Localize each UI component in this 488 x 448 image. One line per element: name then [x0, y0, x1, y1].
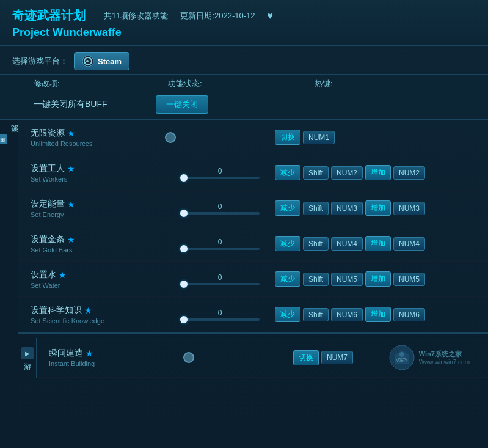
slider-track-3[interactable] [180, 248, 260, 250]
hotkey-btn-2-0[interactable]: 减少 [275, 200, 300, 216]
section-divider [18, 333, 488, 338]
mod-name-cn-3: 设置金条 ★ [31, 234, 153, 245]
mod-name-col-0: 无限资源 ★ Unlimited Resources [31, 128, 153, 147]
star-icon-bottom: ★ [86, 348, 93, 358]
watermark-text-container: Win7系统之家 Www.winwin7.com [419, 350, 470, 365]
hotkey-btn-5-1[interactable]: Shift [303, 308, 329, 321]
star-icon-0: ★ [67, 128, 75, 138]
hotkey-btn-3-3[interactable]: 增加 [365, 236, 391, 251]
hotkey-btn-1-2[interactable]: NUM2 [331, 166, 363, 180]
toggle-0[interactable] [165, 132, 176, 143]
slider-thumb-2[interactable] [180, 210, 188, 217]
table-row: 设置水 ★ Set Water 0 [18, 262, 488, 297]
slider-track-4[interactable] [180, 283, 260, 285]
mod-hotkey-col-3: 减少 Shift NUM4 增加 NUM4 [275, 236, 476, 251]
onekey-button[interactable]: 一键关闭 [156, 95, 208, 114]
steam-platform-button[interactable]: Steam [74, 52, 129, 70]
mod-control-col-bottom [171, 352, 293, 363]
hotkey-btn-0-0[interactable]: 切换 [275, 130, 300, 145]
hotkey-btn-bottom-1[interactable]: NUM7 [321, 351, 353, 364]
mod-name-en-0: Unlimited Resources [31, 140, 153, 147]
hotkey-btn-3-1[interactable]: Shift [303, 237, 329, 251]
hotkey-btn-bottom-0[interactable]: 切换 [293, 350, 319, 365]
slider-container-1: 0 [165, 167, 275, 179]
mod-name-en-bottom: Instant Building [49, 360, 171, 367]
svg-point-3 [399, 352, 404, 357]
title-english: Project Wunderwaffe [12, 26, 476, 39]
star-icon-5: ★ [84, 306, 92, 315]
hotkey-btn-2-1[interactable]: Shift [303, 202, 329, 215]
hotkey-btn-0-1[interactable]: NUM1 [303, 131, 335, 144]
slider-container-5: 0 [165, 309, 275, 321]
hotkey-btn-3-0[interactable]: 减少 [275, 236, 300, 251]
mod-control-col-1: 0 [153, 167, 275, 179]
mod-control-col-4: 0 [153, 273, 275, 285]
column-headers: 修改项: 功能状态: 热键: [0, 75, 488, 92]
mod-name-cn-2: 设定能量 ★ [31, 199, 153, 210]
mod-name-col-1: 设置工人 ★ Set Workers [31, 163, 153, 183]
toggle-bottom[interactable] [183, 352, 194, 363]
watermark: Win7 Win7系统之家 Www.winwin7.com [388, 344, 476, 371]
mod-name-en-4: Set Water [31, 282, 153, 289]
main-content: ⊞ 资源 无限资源 ★ Unlimited Resources [0, 120, 488, 448]
mod-hotkey-col-4: 减少 Shift NUM5 增加 NUM5 [275, 271, 476, 287]
slider-track-1[interactable] [180, 177, 260, 179]
hotkey-btn-5-2[interactable]: NUM6 [331, 308, 363, 321]
mod-hotkey-col-5: 减少 Shift NUM6 增加 NUM6 [275, 307, 476, 322]
mod-name-col-bottom: 瞬间建造 ★ Instant Building [49, 348, 171, 367]
sidebar-section-resources[interactable]: ⊞ 资源 [0, 126, 20, 150]
slider-value-2: 0 [218, 202, 222, 211]
col-header-hotkey: 热键: [278, 78, 476, 89]
star-icon-4: ★ [59, 270, 67, 280]
slider-container-3: 0 [165, 238, 275, 250]
mod-hotkey-col-2: 减少 Shift NUM3 增加 NUM3 [275, 200, 476, 216]
mod-name-en-2: Set Energy [31, 211, 153, 218]
slider-value-1: 0 [218, 167, 222, 175]
slider-thumb-5[interactable] [180, 316, 188, 323]
hotkey-btn-1-3[interactable]: 增加 [365, 165, 391, 180]
hotkey-btn-1-0[interactable]: 减少 [275, 165, 300, 180]
hotkey-btn-1-1[interactable]: Shift [303, 166, 329, 180]
slider-container-2: 0 [165, 202, 275, 215]
mod-name-en-3: Set Gold Bars [31, 246, 153, 254]
header-top: 奇迹武器计划 共11项修改器功能 更新日期:2022-10-12 ♥ [12, 7, 476, 24]
hotkey-btn-4-3[interactable]: 增加 [365, 271, 391, 287]
slider-value-3: 0 [218, 238, 222, 246]
slider-thumb-4[interactable] [180, 281, 188, 288]
app-container: 奇迹武器计划 共11项修改器功能 更新日期:2022-10-12 ♥ Proje… [0, 0, 488, 448]
slider-value-5: 0 [218, 309, 222, 317]
hotkey-btn-5-4[interactable]: NUM6 [393, 308, 425, 321]
steam-icon [82, 55, 94, 67]
watermark-url: Www.winwin7.com [419, 359, 470, 365]
slider-thumb-1[interactable] [180, 174, 188, 182]
hotkey-btn-2-3[interactable]: 增加 [365, 200, 391, 216]
hotkey-btn-2-2[interactable]: NUM3 [331, 202, 363, 215]
mod-hotkey-col-0: 切换 NUM1 [275, 130, 476, 145]
mod-count: 共11项修改器功能 [104, 10, 168, 21]
hotkey-btn-3-4[interactable]: NUM4 [393, 237, 425, 251]
hotkey-btn-5-3[interactable]: 增加 [365, 307, 391, 322]
hotkey-btn-4-2[interactable]: NUM5 [331, 273, 363, 286]
mod-name-col-3: 设置金条 ★ Set Gold Bars [31, 234, 153, 254]
hotkey-btn-2-4[interactable]: NUM3 [393, 202, 425, 215]
col-header-status: 功能状态: [156, 78, 278, 89]
col-header-mod: 修改项: [34, 78, 156, 89]
hotkey-btn-4-4[interactable]: NUM5 [393, 273, 425, 286]
favorite-heart-icon[interactable]: ♥ [268, 10, 274, 21]
hotkey-btn-5-0[interactable]: 减少 [275, 307, 300, 322]
resources-section-group: 无限资源 ★ Unlimited Resources 切换 NUM1 [18, 120, 488, 333]
hotkey-btn-1-4[interactable]: NUM2 [393, 166, 425, 180]
slider-track-5[interactable] [180, 318, 260, 321]
bottom-section: ▶ 游 瞬间建造 ★ Instant Building [18, 338, 488, 378]
steam-label: Steam [98, 57, 122, 66]
slider-thumb-3[interactable] [180, 245, 188, 252]
mod-hotkey-col-bottom: 切换 NUM7 [293, 350, 388, 365]
table-row: 瞬间建造 ★ Instant Building 切换 NUM7 [37, 338, 488, 378]
mod-name-en-5: Set Scientific Knowledge [31, 317, 153, 325]
slider-track-2[interactable] [180, 212, 260, 215]
hotkey-btn-4-1[interactable]: Shift [303, 273, 329, 286]
mod-name-cn-4: 设置水 ★ [31, 270, 153, 281]
scroll-content[interactable]: 无限资源 ★ Unlimited Resources 切换 NUM1 [18, 120, 488, 448]
hotkey-btn-3-2[interactable]: NUM4 [331, 237, 363, 251]
hotkey-btn-4-0[interactable]: 减少 [275, 271, 300, 287]
